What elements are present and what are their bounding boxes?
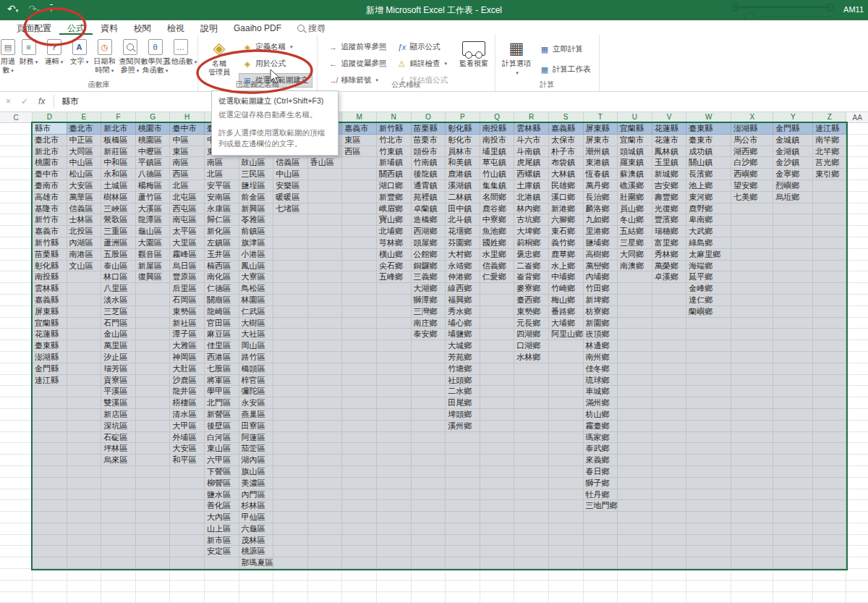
cell[interactable] — [342, 478, 377, 489]
cell[interactable] — [0, 557, 33, 569]
cell[interactable] — [67, 455, 102, 466]
cell[interactable]: 東石鄉 — [549, 226, 584, 237]
cell[interactable] — [652, 421, 687, 432]
cell[interactable]: 屏東市 — [584, 135, 618, 146]
cell[interactable] — [731, 249, 773, 261]
cell[interactable] — [480, 318, 515, 329]
cell[interactable] — [686, 363, 731, 375]
cell[interactable]: 橋頭區 — [239, 363, 274, 375]
cell[interactable]: 頭屋鄉 — [412, 237, 446, 249]
cell[interactable]: 鶯歌區 — [101, 214, 136, 226]
cell[interactable] — [773, 203, 813, 215]
cell[interactable] — [308, 535, 343, 547]
cell[interactable]: 古坑鄉 — [514, 214, 549, 226]
cell[interactable]: 秀林鄉 — [652, 249, 687, 261]
cell[interactable] — [846, 226, 868, 237]
cell[interactable]: 壽豐鄉 — [652, 192, 687, 203]
cell[interactable]: 橫山鄉 — [377, 249, 412, 261]
cell[interactable]: 溪口鄉 — [549, 192, 584, 203]
cell[interactable] — [813, 500, 846, 512]
cell[interactable] — [514, 363, 549, 375]
cell[interactable]: 大甲區 — [170, 421, 205, 432]
cell[interactable]: 中山區 — [67, 157, 102, 169]
cell[interactable]: 新店區 — [101, 409, 136, 421]
cell[interactable]: 前鎮區 — [239, 226, 274, 237]
cell[interactable] — [342, 318, 377, 329]
cell[interactable]: 滿州鄉 — [584, 397, 618, 409]
cell[interactable] — [686, 340, 731, 352]
cell[interactable] — [342, 283, 377, 295]
cell[interactable]: 關廟區 — [205, 295, 239, 306]
cell[interactable]: 永安區 — [239, 397, 274, 409]
cell[interactable] — [101, 581, 136, 592]
cell[interactable]: 下營區 — [205, 466, 239, 478]
cell[interactable] — [686, 546, 731, 557]
cell[interactable]: 苗栗縣 — [412, 123, 446, 135]
cell[interactable] — [813, 226, 846, 237]
cell[interactable] — [273, 523, 308, 535]
cell[interactable]: 龜山區 — [136, 226, 171, 237]
cell[interactable]: 口湖鄉 — [514, 340, 549, 352]
cell[interactable] — [273, 306, 308, 318]
cell[interactable] — [514, 397, 549, 409]
cell[interactable] — [480, 592, 515, 603]
cell[interactable] — [170, 523, 205, 535]
cell[interactable] — [33, 546, 67, 557]
cell[interactable] — [846, 249, 868, 261]
cell[interactable] — [273, 352, 308, 363]
cell[interactable] — [33, 409, 67, 421]
cell[interactable]: 蘭嶼鄉 — [686, 306, 731, 318]
cell[interactable] — [549, 375, 584, 387]
cell[interactable] — [652, 340, 687, 352]
cell[interactable] — [0, 237, 33, 249]
cell[interactable] — [813, 478, 846, 489]
cell[interactable] — [377, 581, 412, 592]
cell[interactable]: 豐濱鄉 — [652, 214, 687, 226]
cell[interactable]: 芬園鄉 — [446, 237, 480, 249]
cell[interactable] — [342, 546, 377, 557]
cell[interactable]: 信義區 — [273, 157, 308, 169]
cell[interactable]: 關西鎮 — [377, 169, 412, 180]
cell[interactable] — [0, 146, 33, 158]
cell[interactable] — [0, 283, 33, 295]
cell[interactable] — [514, 512, 549, 523]
cell[interactable]: 大寮區 — [239, 271, 274, 283]
cell[interactable]: 潮州鎮 — [584, 146, 618, 158]
cell[interactable]: 蘆洲區 — [101, 237, 136, 249]
cell[interactable]: 太平區 — [170, 226, 205, 237]
cell[interactable]: 桃源區 — [239, 546, 274, 557]
cell[interactable] — [813, 375, 846, 387]
cell[interactable] — [731, 318, 773, 329]
cell[interactable] — [136, 523, 171, 535]
cell[interactable] — [773, 500, 813, 512]
cell[interactable]: 玉里鎮 — [652, 157, 687, 169]
cell[interactable] — [170, 478, 205, 489]
cell[interactable] — [773, 397, 813, 409]
cell[interactable] — [0, 523, 33, 535]
math-trig-button[interactable]: θ數學與三角函數▾ — [143, 38, 167, 75]
cell[interactable]: 淡水區 — [101, 295, 136, 306]
cell[interactable] — [731, 203, 773, 215]
cell[interactable] — [549, 386, 584, 397]
cell[interactable] — [813, 466, 846, 478]
cell[interactable] — [773, 592, 813, 603]
cell[interactable] — [308, 546, 343, 557]
cell[interactable] — [731, 535, 773, 547]
cell[interactable]: 虎尾鎮 — [514, 157, 549, 169]
cell[interactable] — [273, 397, 308, 409]
cell[interactable] — [136, 295, 171, 306]
cell[interactable]: 大安區 — [67, 180, 102, 192]
column-header[interactable]: N — [377, 112, 412, 123]
cell[interactable] — [480, 329, 515, 340]
cell[interactable] — [846, 489, 868, 501]
cell[interactable]: 綠島鄉 — [686, 237, 731, 249]
cell[interactable]: 羅東鎮 — [618, 157, 652, 169]
cell[interactable] — [67, 340, 102, 352]
cell[interactable]: 北投區 — [67, 226, 102, 237]
cell[interactable] — [773, 249, 813, 261]
cell[interactable]: 霧峰區 — [170, 249, 205, 261]
cell[interactable]: 元長鄉 — [514, 318, 549, 329]
cancel-icon[interactable]: × — [6, 96, 11, 106]
cell[interactable] — [412, 375, 446, 387]
cell[interactable] — [377, 329, 412, 340]
